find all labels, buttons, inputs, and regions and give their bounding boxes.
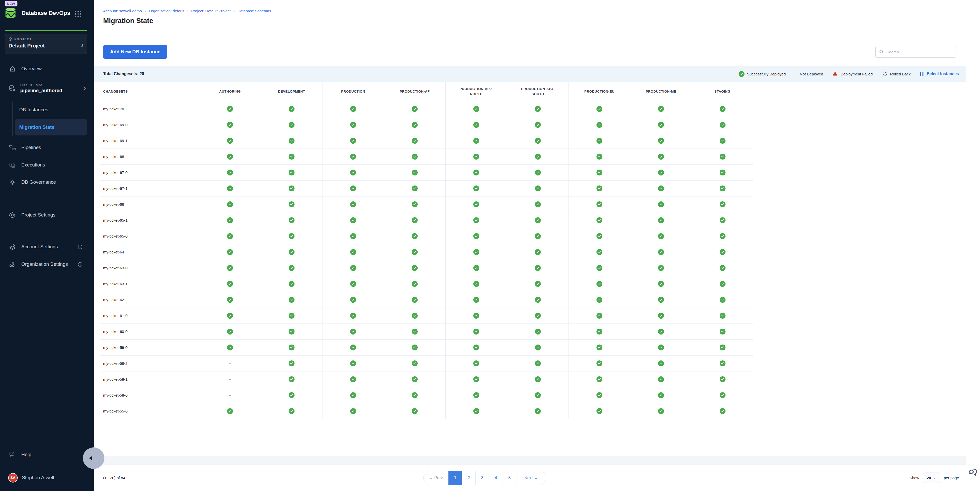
status-cell[interactable]	[445, 117, 507, 133]
status-cell[interactable]	[261, 324, 322, 340]
status-cell[interactable]	[507, 340, 568, 356]
status-cell[interactable]	[692, 292, 753, 308]
status-cell[interactable]	[568, 260, 630, 276]
status-cell[interactable]	[630, 197, 692, 212]
status-cell[interactable]	[445, 101, 507, 117]
status-cell[interactable]	[507, 276, 568, 292]
status-cell[interactable]	[322, 133, 384, 149]
status-cell[interactable]	[630, 101, 692, 117]
status-cell[interactable]	[261, 308, 322, 324]
status-cell[interactable]	[199, 244, 261, 260]
status-cell[interactable]	[322, 308, 384, 324]
status-cell[interactable]	[692, 228, 753, 244]
status-cell[interactable]	[692, 133, 753, 149]
status-cell[interactable]	[384, 228, 445, 244]
breadcrumb-link[interactable]: Account: satwell-demo	[103, 9, 142, 13]
status-cell[interactable]	[445, 372, 507, 388]
status-cell[interactable]	[630, 403, 692, 419]
status-cell[interactable]	[384, 149, 445, 165]
status-cell[interactable]	[630, 324, 692, 340]
status-cell[interactable]	[199, 324, 261, 340]
status-cell[interactable]	[322, 212, 384, 228]
status-cell[interactable]	[445, 165, 507, 181]
status-cell[interactable]	[507, 308, 568, 324]
sidebar-collapse-handle[interactable]	[83, 447, 104, 469]
status-cell[interactable]	[568, 197, 630, 212]
status-cell[interactable]	[322, 165, 384, 181]
status-cell[interactable]	[261, 228, 322, 244]
status-cell[interactable]	[692, 388, 753, 403]
status-cell[interactable]	[568, 133, 630, 149]
status-cell[interactable]	[445, 181, 507, 197]
status-cell[interactable]	[507, 388, 568, 403]
sidebar-item-organization-settings[interactable]: Organization Settings	[0, 257, 94, 272]
status-cell[interactable]	[507, 324, 568, 340]
status-cell[interactable]	[630, 260, 692, 276]
status-cell[interactable]	[507, 181, 568, 197]
status-cell[interactable]	[322, 372, 384, 388]
status-cell[interactable]	[507, 292, 568, 308]
status-cell[interactable]	[445, 197, 507, 212]
status-cell[interactable]	[199, 197, 261, 212]
status-cell[interactable]	[322, 244, 384, 260]
breadcrumb-link[interactable]: Organization: default	[149, 9, 184, 13]
status-cell[interactable]	[630, 276, 692, 292]
page-number-button[interactable]: 2	[462, 471, 476, 485]
status-cell[interactable]	[568, 181, 630, 197]
status-cell[interactable]	[445, 356, 507, 372]
status-cell[interactable]	[692, 101, 753, 117]
add-new-db-instance-button[interactable]: Add New DB Instance	[103, 45, 167, 59]
status-cell[interactable]	[199, 181, 261, 197]
status-cell[interactable]	[261, 117, 322, 133]
status-cell[interactable]	[384, 260, 445, 276]
resource-center-chat-icon[interactable]	[969, 467, 979, 478]
status-cell[interactable]	[692, 372, 753, 388]
status-cell[interactable]	[199, 340, 261, 356]
page-number-button[interactable]: 4	[489, 471, 503, 485]
horizontal-scrollbar-track[interactable]	[94, 456, 980, 465]
status-cell[interactable]	[507, 228, 568, 244]
search-box[interactable]	[875, 46, 956, 58]
status-cell[interactable]	[384, 244, 445, 260]
status-cell[interactable]	[568, 149, 630, 165]
status-cell[interactable]	[261, 403, 322, 419]
status-cell[interactable]	[445, 244, 507, 260]
status-cell[interactable]	[630, 388, 692, 403]
status-cell[interactable]	[384, 340, 445, 356]
status-cell[interactable]	[692, 165, 753, 181]
status-cell[interactable]	[199, 308, 261, 324]
status-cell[interactable]: –	[199, 388, 261, 403]
app-switcher-grid-icon[interactable]	[75, 11, 83, 19]
status-cell[interactable]	[199, 133, 261, 149]
status-cell[interactable]	[445, 228, 507, 244]
sidebar-item-migration-state[interactable]: Migration State	[15, 119, 87, 135]
status-cell[interactable]	[445, 133, 507, 149]
status-cell[interactable]	[322, 388, 384, 403]
status-cell[interactable]	[199, 117, 261, 133]
status-cell[interactable]	[322, 260, 384, 276]
status-cell[interactable]	[445, 308, 507, 324]
status-cell[interactable]	[322, 340, 384, 356]
status-cell[interactable]	[445, 149, 507, 165]
status-cell[interactable]	[261, 133, 322, 149]
status-cell[interactable]	[692, 356, 753, 372]
status-cell[interactable]	[322, 101, 384, 117]
status-cell[interactable]	[630, 165, 692, 181]
sidebar-item-executions[interactable]: Executions	[0, 158, 94, 172]
status-cell[interactable]	[630, 356, 692, 372]
status-cell[interactable]	[445, 403, 507, 419]
page-number-button[interactable]: 1	[448, 471, 462, 485]
status-cell[interactable]	[199, 260, 261, 276]
sidebar-item-help[interactable]: Help	[0, 447, 94, 462]
status-cell[interactable]	[384, 403, 445, 419]
status-cell[interactable]	[507, 133, 568, 149]
sidebar-item-db-schemas[interactable]: DB SCHEMAS pipeline_authored ›	[0, 80, 94, 97]
search-input[interactable]	[887, 50, 953, 54]
status-cell[interactable]	[568, 212, 630, 228]
status-cell[interactable]	[445, 340, 507, 356]
status-cell[interactable]	[261, 244, 322, 260]
breadcrumb-link[interactable]: Database Schemas	[237, 9, 271, 13]
project-selector[interactable]: PROJECT Default Project ›	[5, 34, 87, 54]
status-cell[interactable]	[261, 181, 322, 197]
status-cell[interactable]	[384, 101, 445, 117]
